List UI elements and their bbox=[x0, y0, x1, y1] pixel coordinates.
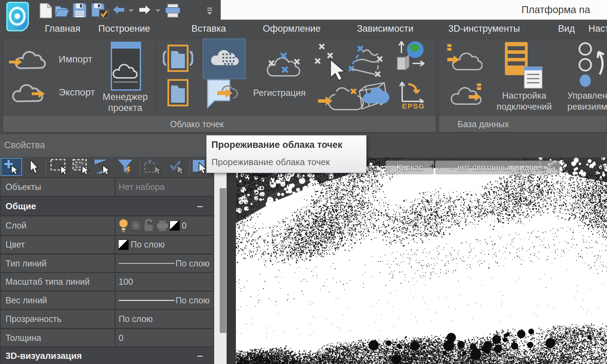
section-general[interactable]: Общие – bbox=[1, 197, 213, 215]
properties-panel-title: Свойства bbox=[4, 140, 45, 151]
layer-freeze-icon[interactable] bbox=[131, 221, 141, 230]
toolbar-customize-icon[interactable] bbox=[206, 7, 213, 15]
property-row-layer[interactable]: Слой bbox=[1, 216, 115, 235]
undo-dropdown-icon[interactable] bbox=[128, 9, 134, 12]
tooltip-point-cloud-thinning: Прореживание облака точек Прореживание о… bbox=[206, 135, 367, 173]
detach-point-cloud-button[interactable] bbox=[163, 78, 193, 108]
viewport-view-control-fragment[interactable]: ид. bbox=[368, 163, 379, 173]
redo-dropdown-icon[interactable] bbox=[155, 9, 161, 12]
property-value-linetype-scale[interactable]: 100 bbox=[116, 273, 213, 291]
tab-vid[interactable]: Вид bbox=[558, 20, 575, 38]
tab-3d-instrumenty[interactable]: 3D-инструменты bbox=[448, 20, 520, 38]
property-value: По слою bbox=[176, 255, 210, 272]
db-import-cloud-button[interactable] bbox=[447, 43, 482, 74]
property-value: По слою bbox=[119, 310, 153, 328]
db-connections-label-line1: Настройка bbox=[490, 90, 559, 101]
cloud-export-icon bbox=[8, 77, 46, 108]
property-value-transparency[interactable]: По слою bbox=[116, 310, 213, 328]
section-button[interactable] bbox=[348, 43, 384, 80]
undo-button[interactable] bbox=[112, 5, 125, 16]
layer-color-swatch[interactable] bbox=[170, 221, 180, 231]
viewport-area[interactable]: ид. Каркас + -- нет связанных видов -- bbox=[227, 158, 607, 364]
property-row-transparency[interactable]: Прозрачность bbox=[1, 310, 115, 328]
invert-selection-button[interactable] bbox=[93, 158, 112, 176]
property-value-thickness[interactable]: 0 bbox=[116, 329, 213, 346]
registration-button[interactable]: Регистрация bbox=[246, 47, 312, 102]
section-3d-visualization[interactable]: 3D-визуализация – bbox=[1, 347, 213, 364]
db-revisions-button[interactable]: Управление ревизиями bbox=[567, 40, 607, 114]
layer-lock-icon[interactable] bbox=[143, 219, 154, 232]
selection-filter-button[interactable] bbox=[117, 158, 134, 176]
save-button[interactable] bbox=[72, 3, 87, 18]
add-to-selection-button-active[interactable] bbox=[1, 158, 22, 176]
collapse-icon[interactable]: – bbox=[197, 347, 203, 364]
application-window: Платформа na Гла bbox=[0, 0, 607, 364]
tab-oformlenie[interactable]: Оформление bbox=[263, 20, 321, 38]
window-select-button[interactable] bbox=[50, 158, 69, 176]
db-revisions-label-line2: ревизиями bbox=[567, 101, 607, 112]
project-manager-button[interactable]: Менеджер проекта bbox=[89, 41, 161, 115]
registration-label: Регистрация bbox=[246, 88, 312, 98]
app-logo[interactable] bbox=[4, 1, 31, 32]
property-value-color[interactable]: По слою bbox=[116, 236, 213, 253]
crossing-select-button[interactable] bbox=[72, 158, 90, 176]
tab-nastro[interactable]: Настро bbox=[588, 20, 607, 38]
point-cloud-panel-label[interactable]: Облако точек bbox=[3, 115, 436, 132]
redo-button[interactable] bbox=[139, 5, 151, 16]
properties-scrollbar-thumb[interactable] bbox=[220, 188, 226, 333]
property-value-layer[interactable]: 0 bbox=[116, 216, 213, 235]
epsg-button[interactable]: EPSG bbox=[399, 79, 428, 112]
quick-select-button[interactable] bbox=[192, 158, 208, 176]
database-panel-label[interactable]: База данных bbox=[439, 115, 607, 132]
new-file-button[interactable] bbox=[39, 3, 52, 19]
attach-point-cloud-button[interactable] bbox=[163, 43, 193, 74]
property-row-objects[interactable]: Объекты bbox=[1, 178, 115, 196]
db-connections-button[interactable]: Настройка подключений bbox=[490, 40, 559, 114]
point-cloud-canvas[interactable] bbox=[236, 158, 607, 364]
select-button[interactable] bbox=[27, 158, 41, 176]
collapse-icon[interactable]: – bbox=[197, 197, 203, 215]
import-label: Импорт bbox=[59, 54, 92, 65]
property-value-linetype[interactable]: По слою bbox=[116, 255, 213, 272]
property-label: Тип линий bbox=[6, 255, 47, 272]
property-row-linetype[interactable]: Тип линий bbox=[1, 255, 115, 272]
property-value-objects[interactable]: Нет набора bbox=[116, 178, 213, 196]
property-row-lineweight[interactable]: Вес линий bbox=[1, 292, 115, 309]
tab-glavnaya[interactable]: Главная bbox=[45, 20, 80, 38]
visual-style-control[interactable]: Каркас bbox=[386, 161, 434, 174]
tab-zavisimosti[interactable]: Зависимости bbox=[357, 20, 414, 38]
properties-panel-header[interactable]: Свойства bbox=[0, 134, 228, 157]
move-up-button-disabled[interactable] bbox=[143, 158, 163, 176]
property-label: Цвет bbox=[6, 236, 25, 253]
lock-circle-icon[interactable] bbox=[562, 162, 573, 173]
linked-views-control[interactable]: -- нет связанных видов -- bbox=[435, 161, 560, 174]
thin-point-cloud-button-selected[interactable] bbox=[203, 39, 246, 79]
tooltip-title: Прореживание облака точек bbox=[211, 140, 342, 150]
property-row-linetype-scale[interactable]: Масштаб типа линий bbox=[1, 273, 115, 291]
db-connections-label-line2: подключений bbox=[490, 101, 559, 112]
property-value: По слою bbox=[176, 292, 210, 309]
select-points-button[interactable] bbox=[310, 42, 348, 81]
property-label: Масштаб типа линий bbox=[6, 273, 90, 291]
db-export-cloud-button[interactable] bbox=[447, 77, 482, 109]
open-file-button[interactable] bbox=[54, 4, 70, 17]
layer-plot-icon[interactable] bbox=[156, 220, 169, 232]
geo-position-button[interactable] bbox=[393, 39, 426, 75]
property-label: Вес линий bbox=[6, 292, 47, 309]
property-row-thickness[interactable]: Толщина bbox=[1, 329, 115, 346]
cloud-import-icon bbox=[8, 44, 46, 74]
point-cloud-passport-button[interactable] bbox=[204, 79, 243, 110]
property-value-lineweight[interactable]: По слою bbox=[116, 292, 213, 309]
property-value: Нет набора bbox=[119, 178, 165, 196]
lineweight-sample bbox=[119, 300, 175, 301]
color-swatch[interactable] bbox=[118, 240, 129, 250]
tab-vstavka[interactable]: Вставка bbox=[191, 20, 226, 38]
layer-on-icon[interactable] bbox=[118, 218, 129, 233]
print-button[interactable] bbox=[165, 3, 181, 18]
window-title: Платформа na bbox=[521, 4, 590, 16]
apply-button-disabled[interactable] bbox=[168, 158, 185, 176]
clip-cloud-button[interactable] bbox=[355, 78, 390, 111]
property-row-color[interactable]: Цвет bbox=[1, 236, 115, 253]
save-as-button[interactable] bbox=[91, 3, 109, 19]
tab-postroenie[interactable]: Построение bbox=[98, 20, 150, 38]
